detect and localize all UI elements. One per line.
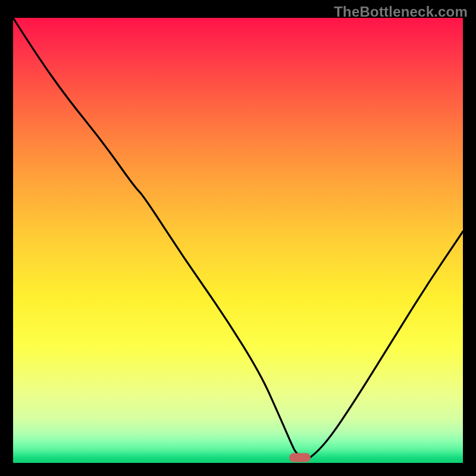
curve-line <box>13 18 463 459</box>
bottleneck-curve <box>13 18 463 463</box>
chart-frame: TheBottleneck.com <box>0 0 476 476</box>
optimal-marker <box>289 453 311 462</box>
plot-area <box>13 18 463 463</box>
